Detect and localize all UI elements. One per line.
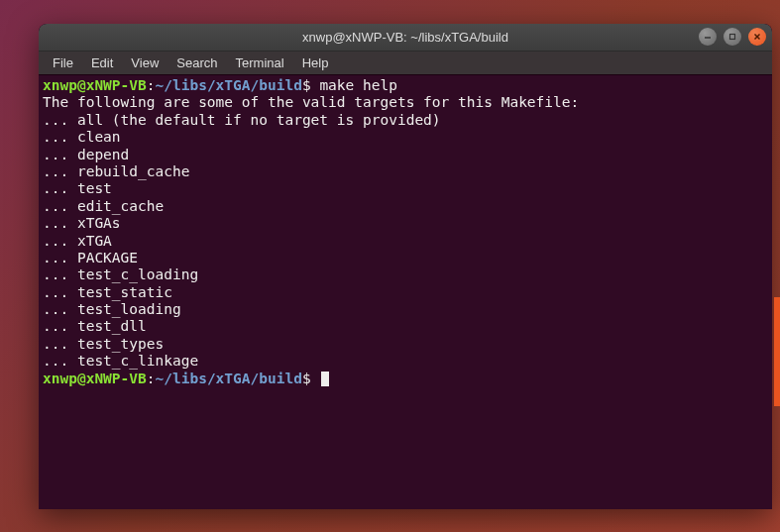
close-icon	[753, 33, 761, 41]
menu-edit[interactable]: Edit	[83, 53, 121, 72]
target-line: ... test_types	[43, 336, 768, 353]
target-line: ... edit_cache	[43, 198, 768, 215]
cursor	[321, 372, 329, 386]
prompt-path: ~/libs/xTGA/build	[156, 371, 302, 386]
target-line: ... all (the default if no target is pro…	[43, 112, 768, 129]
prompt-user-host: xnwp@xNWP-VB	[43, 77, 147, 93]
target-line: ... xTGA	[43, 233, 768, 250]
minimize-icon	[704, 33, 712, 41]
target-line: ... PACKAGE	[43, 250, 768, 266]
desktop-accent-edge	[774, 297, 780, 406]
maximize-icon	[728, 33, 736, 41]
menu-file[interactable]: File	[45, 53, 81, 72]
menu-search[interactable]: Search	[168, 53, 225, 72]
terminal-window: xnwp@xNWP-VB: ~/libs/xTGA/build File Edi…	[39, 24, 772, 509]
maximize-button[interactable]	[724, 28, 741, 46]
menubar: File Edit View Search Terminal Help	[39, 52, 772, 75]
target-line: ... xTGAs	[43, 215, 768, 232]
prompt-line-2: xnwp@xNWP-VB:~/libs/xTGA/build$	[43, 371, 768, 387]
target-line: ... clean	[43, 129, 768, 146]
menu-view[interactable]: View	[123, 53, 167, 72]
targets-list: ... all (the default if no target is pro…	[43, 112, 768, 371]
prompt-symbol: $	[302, 371, 311, 386]
minimize-button[interactable]	[699, 28, 717, 46]
prompt-user-host: xnwp@xNWP-VB	[43, 371, 147, 386]
target-line: ... depend	[43, 147, 768, 163]
target-line: ... test_dll	[43, 318, 768, 335]
target-line: ... test_c_linkage	[43, 353, 768, 370]
window-controls	[699, 28, 766, 46]
prompt-line: xnwp@xNWP-VB:~/libs/xTGA/build$ make hel…	[43, 77, 768, 94]
command-text: make help	[311, 77, 397, 93]
terminal-body[interactable]: xnwp@xNWP-VB:~/libs/xTGA/build$ make hel…	[39, 75, 772, 509]
target-line: ... test_static	[43, 284, 768, 301]
menu-help[interactable]: Help	[294, 53, 337, 72]
command: make help	[319, 77, 397, 93]
prompt-separator: :	[147, 371, 156, 386]
menu-terminal[interactable]: Terminal	[228, 53, 292, 72]
target-line: ... rebuild_cache	[43, 163, 768, 180]
window-title: xnwp@xNWP-VB: ~/libs/xTGA/build	[302, 30, 508, 45]
svg-rect-1	[730, 35, 735, 40]
prompt-separator: :	[147, 77, 156, 93]
prompt-symbol: $	[302, 77, 311, 93]
titlebar[interactable]: xnwp@xNWP-VB: ~/libs/xTGA/build	[39, 24, 772, 52]
output-header: The following are some of the valid targ…	[43, 94, 768, 111]
target-line: ... test_loading	[43, 301, 768, 318]
close-button[interactable]	[748, 28, 766, 46]
target-line: ... test	[43, 180, 768, 197]
prompt-path: ~/libs/xTGA/build	[156, 77, 302, 93]
target-line: ... test_c_loading	[43, 266, 768, 283]
